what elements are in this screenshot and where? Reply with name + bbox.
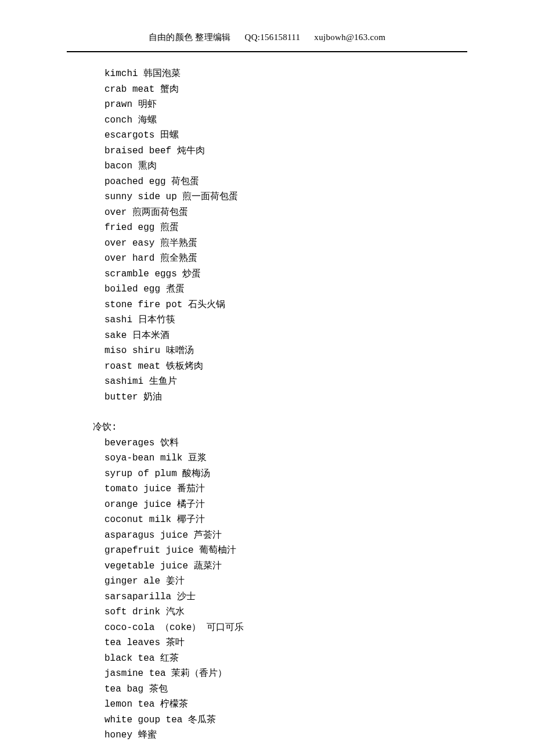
list-item: over easy 煎半熟蛋 [104, 236, 534, 251]
header-qq: QQ:156158111 [245, 33, 301, 42]
page-header: 自由的颜色 整理编辑QQ:156158111xujbowh@163.com [0, 0, 534, 43]
list-item: braised beef 炖牛肉 [104, 143, 534, 159]
list-item: ginger ale 姜汁 [104, 574, 534, 589]
list-item: coco-cola （coke） 可口可乐 [104, 620, 534, 636]
list-item: orange juice 橘子汁 [104, 497, 534, 513]
list-item: honey 蜂蜜 [104, 728, 534, 743]
list-item: kimchi 韩国泡菜 [104, 66, 534, 82]
list-item: black tea 红茶 [104, 651, 534, 667]
list-item: fried egg 煎蛋 [104, 220, 534, 236]
list-item: beverages 饮料 [104, 435, 534, 451]
list-item: tea bag 茶包 [104, 682, 534, 697]
list-item: white goup tea 冬瓜茶 [104, 712, 534, 728]
list-item: butter 奶油 [104, 390, 534, 405]
list-item: roast meat 铁板烤肉 [104, 359, 534, 375]
document-body: kimchi 韩国泡菜crab meat 蟹肉prawn 明虾conch 海螺e… [0, 52, 534, 743]
list-item: sake 日本米酒 [104, 328, 534, 344]
header-email: xujbowh@163.com [314, 33, 385, 42]
list-item: stone fire pot 石头火锅 [104, 297, 534, 313]
list-item: asparagus juice 芦荟汁 [104, 528, 534, 543]
list-item: vegetable juice 蔬菜汁 [104, 559, 534, 574]
list-item: sashi 日本竹筷 [104, 312, 534, 328]
list-item: tomato juice 番茄汁 [104, 481, 534, 497]
list-item: conch 海螺 [104, 113, 534, 128]
list-item: bacon 熏肉 [104, 159, 534, 174]
list-item: tea leaves 茶叶 [104, 635, 534, 651]
list-item: sashimi 生鱼片 [104, 374, 534, 390]
header-credit: 自由的颜色 整理编辑 [149, 32, 231, 43]
list-item: prawn 明虾 [104, 97, 534, 113]
list-item: soft drink 汽水 [104, 604, 534, 620]
list-item: sarsaparilla 沙士 [104, 589, 534, 605]
drinks-vocab-list: beverages 饮料soya-bean milk 豆浆syrup of pl… [104, 435, 534, 743]
list-item: over hard 煎全熟蛋 [104, 251, 534, 267]
list-item: jasmine tea 茉莉（香片） [104, 666, 534, 682]
list-item: soya-bean milk 豆浆 [104, 451, 534, 466]
list-item: over 煎两面荷包蛋 [104, 205, 534, 221]
list-item: sunny side up 煎一面荷包蛋 [104, 189, 534, 205]
list-item: escargots 田螺 [104, 128, 534, 143]
list-item: poached egg 荷包蛋 [104, 174, 534, 190]
food-vocab-list: kimchi 韩国泡菜crab meat 蟹肉prawn 明虾conch 海螺e… [104, 66, 534, 405]
list-item: coconut milk 椰子汁 [104, 512, 534, 528]
list-item: lemon tea 柠檬茶 [104, 697, 534, 712]
list-item: miso shiru 味噌汤 [104, 343, 534, 359]
list-item: crab meat 蟹肉 [104, 82, 534, 98]
list-item: boiled egg 煮蛋 [104, 282, 534, 297]
list-item: syrup of plum 酸梅汤 [104, 466, 534, 482]
section-title-drinks: 冷饮: [93, 420, 534, 435]
list-item: scramble eggs 炒蛋 [104, 267, 534, 282]
list-item: grapefruit juice 葡萄柚汁 [104, 543, 534, 559]
